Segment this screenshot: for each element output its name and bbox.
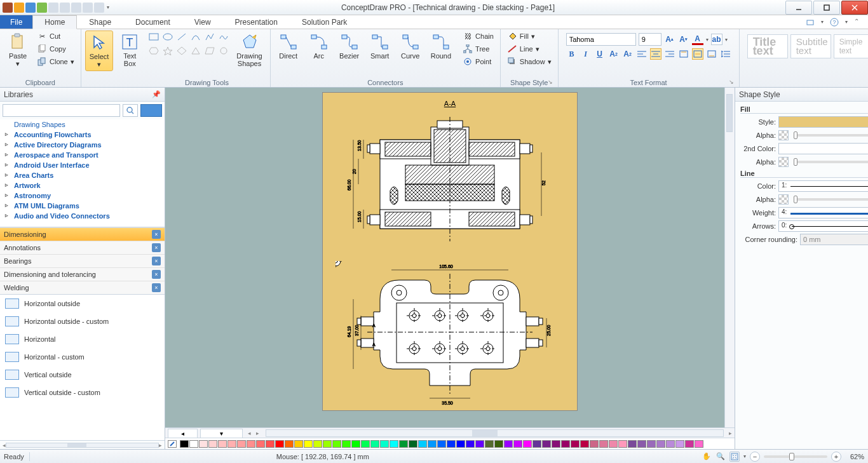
color-swatch[interactable]: [437, 440, 446, 448]
library-tree-item[interactable]: Accounting Flowcharts: [0, 130, 165, 140]
qat-redo-icon[interactable]: [71, 3, 81, 13]
second-alpha-slider[interactable]: [794, 161, 868, 163]
zoom-out-button[interactable]: −: [750, 452, 760, 462]
tab-view[interactable]: View: [182, 15, 223, 29]
sheet-nav-right-icon[interactable]: ▸: [256, 430, 259, 436]
color-swatch[interactable]: [466, 440, 475, 448]
color-swatch[interactable]: [380, 440, 389, 448]
font-color-icon[interactable]: A: [692, 34, 703, 45]
tool-curve-icon[interactable]: [189, 30, 202, 43]
close-category-icon[interactable]: ×: [152, 243, 161, 252]
sheet-tab-prev[interactable]: ◂: [168, 429, 198, 438]
library-search-button[interactable]: [123, 104, 138, 117]
minimize-button[interactable]: [785, 1, 812, 15]
left-hscroll[interactable]: ◂ ▸: [0, 440, 165, 449]
color-swatch[interactable]: [227, 440, 236, 448]
color-swatch[interactable]: [266, 440, 275, 448]
tool-rect-icon[interactable]: [147, 30, 160, 43]
color-swatch[interactable]: [666, 440, 675, 448]
tool-rhombus-icon[interactable]: [175, 44, 188, 57]
library-tree-item[interactable]: Artwork: [0, 180, 165, 191]
tool-freehand-icon[interactable]: [217, 30, 230, 43]
color-swatch[interactable]: [256, 440, 265, 448]
color-swatch[interactable]: [656, 440, 665, 448]
valign-bottom-icon[interactable]: [706, 48, 717, 60]
color-swatch[interactable]: [332, 440, 341, 448]
color-swatch[interactable]: [285, 440, 294, 448]
bold-icon[interactable]: B: [566, 48, 578, 60]
corner-rounding-input[interactable]: [800, 234, 868, 245]
color-swatch[interactable]: [580, 440, 589, 448]
library-tree-item[interactable]: Audio and Video Connectors: [0, 211, 165, 221]
color-swatch[interactable]: [189, 440, 198, 448]
style-simple[interactable]: Simple text: [834, 34, 868, 58]
superscript-icon[interactable]: A2: [608, 48, 620, 60]
fit-page-icon[interactable]: [729, 452, 740, 462]
align-center-icon[interactable]: [650, 48, 661, 60]
connector-round-button[interactable]: Round: [427, 30, 455, 62]
clone-button[interactable]: Clone ▾: [34, 56, 77, 67]
drawing-shapes-button[interactable]: Drawing Shapes: [233, 30, 266, 70]
color-swatch[interactable]: [571, 440, 580, 448]
textbox-button[interactable]: T Text Box: [116, 30, 144, 70]
color-swatch[interactable]: [361, 440, 370, 448]
stencil-category[interactable]: Dimensioning and tolerancing×: [0, 267, 165, 281]
align-right-icon[interactable]: [664, 48, 675, 60]
color-swatch[interactable]: [428, 440, 437, 448]
canvas-hscroll-track[interactable]: [266, 429, 724, 437]
color-swatch[interactable]: [409, 440, 417, 448]
color-swatch[interactable]: [647, 440, 656, 448]
color-swatch[interactable]: [390, 440, 398, 448]
qat-save-icon[interactable]: [48, 3, 58, 13]
zoom-slider[interactable]: [764, 455, 827, 458]
color-swatch[interactable]: [447, 440, 456, 448]
stencil-item[interactable]: Horizontal - custom: [0, 348, 165, 366]
color-swatch[interactable]: [628, 440, 637, 448]
color-swatch[interactable]: [485, 440, 494, 448]
color-swatch[interactable]: [618, 440, 627, 448]
library-tree[interactable]: Drawing ShapesAccounting FlowchartsActiv…: [0, 119, 165, 227]
library-tree-item[interactable]: Android User Interface: [0, 160, 165, 170]
color-swatch[interactable]: [542, 440, 551, 448]
font-size-input[interactable]: [639, 33, 661, 46]
tool-polyline-icon[interactable]: [203, 30, 216, 43]
color-swatch[interactable]: [599, 440, 608, 448]
close-category-icon[interactable]: ×: [152, 230, 161, 239]
color-swatch[interactable]: [275, 440, 284, 448]
library-tree-item[interactable]: Active Directory Diagrams: [0, 140, 165, 150]
color-swatch[interactable]: [323, 440, 332, 448]
color-swatch[interactable]: [351, 440, 360, 448]
cloud-dropdown-icon[interactable]: ▾: [821, 19, 824, 25]
color-swatch[interactable]: [513, 440, 522, 448]
library-tree-item[interactable]: Drawing Shapes: [0, 119, 165, 130]
copy-button[interactable]: Copy: [34, 43, 77, 55]
color-swatch[interactable]: [523, 440, 532, 448]
style-title[interactable]: Title text: [747, 34, 788, 58]
stencil-list[interactable]: Horizontal outsideHorizontal outside - c…: [0, 295, 165, 440]
subscript-icon[interactable]: A2: [622, 48, 634, 60]
color-swatch[interactable]: [494, 440, 503, 448]
file-tab[interactable]: File: [0, 15, 32, 29]
qat-icon-4[interactable]: [37, 3, 47, 13]
italic-icon[interactable]: I: [580, 48, 592, 60]
color-swatch[interactable]: [552, 440, 560, 448]
valign-middle-icon[interactable]: [692, 48, 703, 60]
qat-icon-1[interactable]: [3, 3, 13, 13]
library-tree-item[interactable]: Aerospace and Transport: [0, 150, 165, 160]
cut-button[interactable]: ✂Cut: [34, 30, 77, 42]
qat-print-icon[interactable]: [83, 3, 93, 13]
stencil-item[interactable]: Horizontal outside - custom: [0, 312, 165, 330]
qat-dropdown-icon[interactable]: ▾: [107, 4, 109, 10]
shadow-button[interactable]: Shadow ▾: [505, 56, 554, 67]
valign-top-icon[interactable]: [678, 48, 689, 60]
tree-button[interactable]: Tree: [460, 43, 496, 55]
qat-undo-icon[interactable]: [60, 3, 70, 13]
line-spacing-icon[interactable]: [720, 48, 731, 60]
sheet-nav-left-icon[interactable]: ◂: [248, 430, 251, 436]
pin-icon[interactable]: 📌: [152, 90, 161, 98]
color-swatch[interactable]: [304, 440, 313, 448]
highlight-icon[interactable]: ab: [711, 34, 722, 45]
pan-icon[interactable]: ✋: [702, 452, 712, 462]
connector-smart-button[interactable]: Smart: [366, 30, 394, 62]
close-category-icon[interactable]: ×: [152, 283, 161, 292]
